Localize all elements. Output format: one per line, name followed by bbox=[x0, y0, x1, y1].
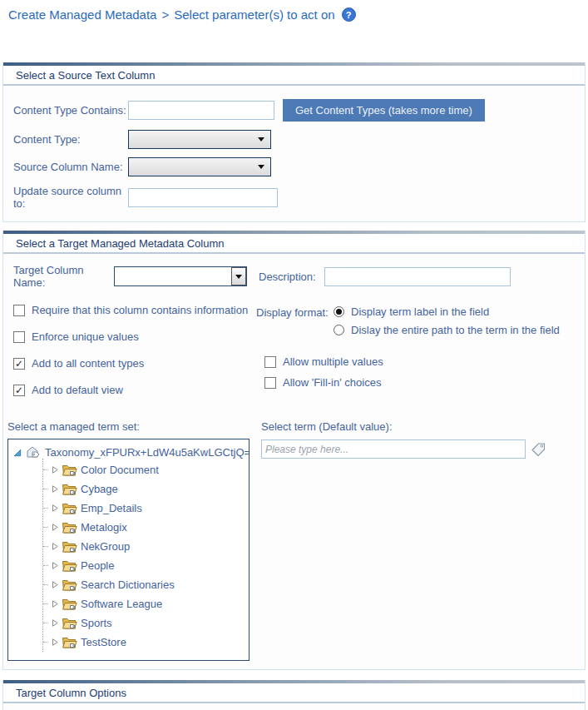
tree-collapsed-icon[interactable] bbox=[52, 466, 59, 474]
add-all-content-types-label: Add to all content types bbox=[32, 357, 144, 370]
term-store-icon bbox=[26, 446, 41, 459]
term-set-folder-icon bbox=[62, 503, 77, 514]
source-section: Select a Source Text Column Content Type… bbox=[2, 62, 586, 222]
tree-collapsed-icon[interactable] bbox=[52, 524, 59, 531]
add-all-content-types-checkbox[interactable]: ✓ bbox=[13, 358, 25, 370]
term-set-folder-icon bbox=[62, 560, 77, 572]
target-section-title: Select a Target Managed Metadata Column bbox=[3, 234, 585, 254]
allow-multiple-values-label: Allow multiple values bbox=[283, 355, 383, 368]
help-icon[interactable]: ? bbox=[342, 7, 356, 22]
options-section: Target Column Options If source value do… bbox=[2, 680, 586, 710]
tree-children: Color DocumentCybageEmp_DetailsMetalogix… bbox=[42, 459, 249, 652]
breadcrumb: Create Managed Metadata > Select paramet… bbox=[0, 0, 588, 22]
tree-item-label[interactable]: Emp_Details bbox=[81, 502, 142, 514]
tree-item[interactable]: Emp_Details bbox=[43, 499, 249, 518]
target-column-name-label: Target Column Name: bbox=[13, 264, 114, 289]
content-type-dropdown[interactable] bbox=[128, 130, 271, 149]
source-column-name-label: Source Column Name: bbox=[13, 161, 128, 173]
dropdown-button[interactable] bbox=[231, 267, 246, 285]
tree-item[interactable]: Cybage bbox=[43, 479, 249, 499]
tree-item[interactable]: Search Dictionaries bbox=[43, 575, 249, 594]
target-column-dropdown[interactable] bbox=[114, 266, 247, 286]
display-entire-path-option: Dislay the entire path to the term in th… bbox=[351, 324, 560, 336]
tree-item-label[interactable]: NekGroup bbox=[81, 540, 130, 553]
tree-item-label[interactable]: Search Dictionaries bbox=[81, 578, 175, 591]
term-set-folder-icon bbox=[62, 598, 77, 610]
tree-item-label[interactable]: Cybage bbox=[81, 483, 118, 495]
display-format-column: Display format: Display term label in th… bbox=[256, 304, 585, 409]
term-set-folder-icon bbox=[62, 541, 77, 553]
select-term-label: Select term (Default value): bbox=[261, 420, 585, 433]
options-section-title: Target Column Options bbox=[3, 683, 585, 703]
display-term-label-radio[interactable] bbox=[334, 306, 344, 317]
description-label: Description: bbox=[259, 271, 316, 283]
tree-item[interactable]: People bbox=[43, 556, 249, 575]
breadcrumb-root[interactable]: Create Managed Metadata bbox=[8, 7, 156, 22]
display-entire-path-radio[interactable] bbox=[334, 325, 344, 335]
tree-item-label[interactable]: Metalogix bbox=[81, 521, 127, 534]
display-term-label-option: Display term label in the field bbox=[351, 305, 489, 318]
source-column-dropdown[interactable] bbox=[128, 157, 271, 176]
target-section: Select a Target Managed Metadata Column … bbox=[2, 231, 586, 670]
enforce-unique-checkbox[interactable]: ✓ bbox=[13, 331, 25, 343]
content-type-label: Content Type: bbox=[13, 133, 128, 146]
tree-item[interactable]: NekGroup bbox=[43, 537, 249, 556]
update-source-column-input[interactable] bbox=[128, 188, 278, 207]
tag-icon[interactable] bbox=[531, 442, 546, 456]
term-set-folder-icon bbox=[62, 464, 77, 476]
tree-item-label[interactable]: Color Document bbox=[81, 464, 159, 476]
add-default-view-checkbox[interactable]: ✓ bbox=[13, 385, 25, 396]
require-info-checkbox[interactable]: ✓ bbox=[13, 305, 25, 316]
term-set-folder-icon bbox=[62, 484, 77, 495]
term-set-folder-icon bbox=[62, 522, 77, 534]
term-set-folder-icon bbox=[62, 637, 77, 648]
tree-item[interactable]: Software League bbox=[43, 594, 249, 613]
allow-fill-in-checkbox[interactable]: ✓ bbox=[264, 377, 276, 389]
tree-item-label[interactable]: TestStore bbox=[81, 636, 126, 648]
content-type-contains-label: Content Type Contains: bbox=[13, 104, 128, 117]
allow-multiple-values-checkbox[interactable]: ✓ bbox=[264, 356, 276, 368]
tree-root-node[interactable]: Taxonomy_xFPURx+LdW4u5aKwLGCtjQ== bbox=[13, 446, 249, 459]
tree-collapsed-icon[interactable] bbox=[52, 581, 59, 588]
display-format-label: Display format: bbox=[256, 305, 334, 342]
tree-collapsed-icon[interactable] bbox=[52, 504, 59, 512]
breadcrumb-separator: > bbox=[161, 7, 169, 22]
source-section-title: Select a Source Text Column bbox=[3, 66, 585, 86]
enforce-unique-label: Enforce unique values bbox=[32, 330, 139, 343]
select-term-input[interactable] bbox=[261, 439, 526, 459]
tree-item[interactable]: Metalogix bbox=[43, 518, 249, 537]
tree-root-label[interactable]: Taxonomy_xFPURx+LdW4u5aKwLGCtjQ== bbox=[45, 446, 250, 459]
allow-fill-in-label: Allow 'Fill-in' choices bbox=[283, 376, 381, 389]
tree-item-label[interactable]: Sports bbox=[81, 617, 112, 629]
tree-item[interactable]: Color Document bbox=[43, 460, 249, 479]
tree-item[interactable]: TestStore bbox=[43, 633, 249, 652]
target-checkbox-column: ✓ Require that this column contains info… bbox=[13, 304, 256, 409]
tree-item[interactable]: Sports bbox=[43, 613, 249, 633]
tree-collapsed-icon[interactable] bbox=[52, 619, 59, 627]
tree-collapsed-icon[interactable] bbox=[52, 543, 59, 550]
tree-collapsed-icon[interactable] bbox=[52, 562, 59, 569]
tree-item-label[interactable]: Software League bbox=[81, 598, 162, 610]
tree-collapsed-icon[interactable] bbox=[52, 638, 59, 646]
chevron-down-icon bbox=[258, 165, 264, 169]
require-info-label: Require that this column contains inform… bbox=[32, 304, 248, 316]
tree-item-label[interactable]: People bbox=[81, 559, 114, 572]
content-type-contains-input[interactable] bbox=[128, 101, 274, 120]
get-content-types-button[interactable]: Get Content Types (takes more time) bbox=[283, 99, 485, 122]
update-source-column-label: Update source column to: bbox=[13, 185, 128, 210]
term-set-label: Select a managed term set: bbox=[7, 420, 261, 433]
tree-expanded-icon[interactable] bbox=[13, 449, 22, 457]
breadcrumb-current: Select parameter(s) to act on bbox=[174, 7, 334, 22]
term-set-folder-icon bbox=[62, 618, 77, 629]
term-set-tree[interactable]: Taxonomy_xFPURx+LdW4u5aKwLGCtjQ== Color … bbox=[7, 439, 250, 661]
tree-collapsed-icon[interactable] bbox=[52, 485, 59, 493]
chevron-down-icon bbox=[235, 275, 242, 279]
add-default-view-label: Add to default view bbox=[32, 384, 123, 396]
chevron-down-icon bbox=[258, 137, 264, 142]
description-input[interactable] bbox=[324, 267, 511, 286]
term-set-folder-icon bbox=[62, 579, 77, 591]
tree-collapsed-icon[interactable] bbox=[52, 600, 59, 608]
